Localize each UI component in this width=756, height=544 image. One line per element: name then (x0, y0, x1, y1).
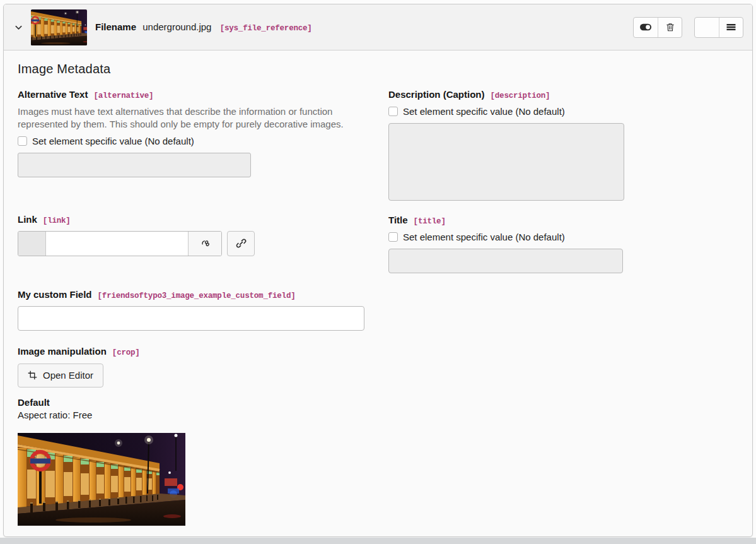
link-icon (236, 238, 247, 249)
file-reference-panel: Filename underground.jpg [sys_file_refer… (3, 4, 753, 537)
description-textarea (388, 123, 624, 201)
description-override-checkbox-label: Set element specific value (No default) (403, 106, 565, 117)
link-details-icon (200, 238, 211, 249)
right-column: Description (Caption)[description] Set e… (388, 89, 735, 273)
crop-field-label: Image manipulation[crop] (18, 346, 364, 358)
open-editor-button[interactable]: Open Editor (18, 364, 103, 387)
record-type-key: [sys_file_reference] (220, 24, 312, 33)
alternative-override-checkbox-row: Set element specific value (No default) (18, 136, 364, 146)
toggle-visibility-button[interactable] (634, 18, 658, 37)
chevron-down-icon[interactable] (13, 21, 24, 33)
file-reference-header[interactable]: Filename underground.jpg [sys_file_refer… (4, 4, 752, 50)
link-field-row (18, 231, 364, 256)
link-field-key: [link] (43, 216, 71, 225)
crop-aspect-ratio-label: Aspect ratio: Free (18, 410, 364, 420)
link-browser-button[interactable] (227, 231, 255, 256)
header-title: Filename underground.jpg [sys_file_refer… (95, 21, 312, 33)
crop-field-key: [crop] (112, 348, 140, 357)
placeholder-button[interactable] (695, 18, 719, 37)
sorting-menu-button-group (694, 17, 743, 38)
link-input-prefix (18, 232, 46, 256)
hamburger-menu-icon (726, 23, 736, 31)
alternative-override-checkbox[interactable] (18, 136, 27, 146)
filename-value: underground.jpg (142, 21, 211, 32)
crop-variant-label: Default (18, 397, 364, 408)
visibility-delete-button-group (633, 17, 682, 38)
alternative-override-checkbox-label: Set element specific value (No default) (32, 136, 194, 146)
filename-label: Filename (95, 21, 136, 32)
custom-field-label: My custom Field[friendsoftypo3_image_exa… (18, 289, 364, 301)
alternative-field-label: Alternative Text[alternative] (18, 89, 364, 101)
page-background-edge (0, 538, 756, 544)
title-field-key: [title] (414, 217, 446, 226)
toggle-on-icon (639, 23, 652, 32)
alternative-field-key: [alternative] (93, 92, 153, 100)
link-explanation-button[interactable] (188, 232, 221, 256)
link-input[interactable] (46, 232, 188, 256)
description-field-label: Description (Caption)[description] (388, 89, 735, 101)
title-override-checkbox[interactable] (388, 232, 398, 242)
custom-field-input[interactable] (18, 306, 364, 331)
alternative-field-note: Images must have text alternatives that … (18, 105, 364, 131)
file-thumbnail (31, 9, 87, 45)
description-field-key: [description] (491, 92, 550, 100)
trash-icon (665, 22, 675, 32)
crop-icon (28, 370, 37, 380)
left-column: Alternative Text[alternative] Images mus… (18, 89, 364, 526)
custom-field-key: [friendsoftypo3_image_example_custom_fie… (98, 292, 296, 300)
link-input-group (18, 231, 222, 256)
description-override-checkbox-row: Set element specific value (No default) (388, 106, 735, 117)
title-override-checkbox-row: Set element specific value (No default) (388, 232, 735, 242)
open-editor-button-label: Open Editor (43, 370, 93, 381)
page-title: Image Metadata (18, 62, 738, 76)
title-field-label: Title[title] (388, 215, 735, 227)
alternative-text-input (18, 153, 251, 177)
title-override-checkbox-label: Set element specific value (No default) (403, 232, 565, 242)
description-override-checkbox[interactable] (388, 107, 398, 116)
link-field-label: Link[link] (18, 214, 364, 226)
file-reference-body: Image Metadata Alternative Text[alternat… (4, 50, 752, 537)
delete-button[interactable] (658, 18, 682, 37)
record-menu-button[interactable] (719, 18, 743, 37)
crop-preview-image (18, 433, 185, 526)
title-input (388, 249, 623, 273)
